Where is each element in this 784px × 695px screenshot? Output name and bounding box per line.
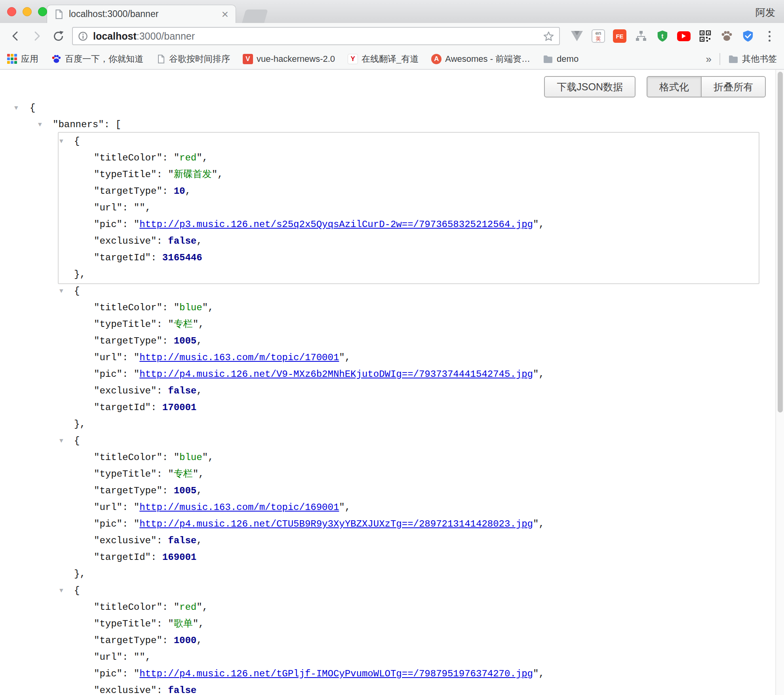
json-line: "exclusive": false — [0, 682, 775, 695]
bookmark-google-sort[interactable]: 谷歌按时间排序 — [156, 53, 230, 65]
bookmark-other-bookmarks[interactable]: 其他书签 — [728, 53, 777, 65]
y-letter-icon: Y — [348, 54, 358, 64]
new-tab-button[interactable] — [242, 10, 268, 23]
url-bar[interactable]: localhost:3000/banner — [72, 27, 560, 45]
back-button[interactable] — [5, 25, 26, 47]
collapse-toggle-icon[interactable]: ▼ — [38, 116, 42, 133]
bookmark-label: vue-hackernews-2.0 — [257, 54, 335, 64]
fe-icon: FE — [613, 29, 626, 43]
bookmark-vue-hackernews[interactable]: V vue-hackernews-2.0 — [243, 54, 335, 64]
collapse-toggle-icon[interactable]: ▼ — [59, 283, 63, 300]
youtube-extension-icon[interactable] — [673, 25, 695, 47]
shield-t-extension-icon[interactable]: t — [652, 25, 673, 47]
collapse-toggle-icon[interactable]: ▼ — [59, 133, 63, 150]
tab-close-icon[interactable]: × — [220, 8, 230, 20]
sitemap-icon — [635, 30, 647, 42]
vue-logo-icon — [570, 30, 584, 42]
a-letter-icon: A — [431, 54, 441, 64]
json-url-link[interactable]: http://p4.music.126.net/tGPljf-IMOCyPvum… — [139, 668, 533, 679]
collapse-toggle-icon[interactable]: ▼ — [59, 433, 63, 449]
security-shield-extension-icon[interactable] — [737, 25, 759, 47]
paw-icon — [720, 30, 733, 42]
orgchart-extension-icon[interactable] — [630, 25, 652, 47]
bookmark-label: Awesomes - 前端资… — [445, 53, 530, 65]
bookmark-label: demo — [557, 54, 578, 64]
json-line: }, — [0, 416, 775, 433]
bookmark-star-icon[interactable] — [543, 31, 554, 42]
json-line: ▼{ — [0, 433, 775, 449]
format-button[interactable]: 格式化 — [647, 76, 702, 97]
bookmark-apps[interactable]: 应用 — [7, 53, 38, 65]
fe-extension-icon[interactable]: FE — [609, 25, 630, 47]
navigation-bar: localhost:3000/banner en 英 FE — [0, 23, 784, 49]
collapse-all-button[interactable]: 折叠所有 — [701, 76, 766, 97]
json-url-link[interactable]: http://p4.music.126.net/CTU5B9R9y3XyYBZX… — [139, 519, 533, 529]
bookmarks-separator — [719, 53, 720, 65]
page-content: 下载JSON数据 格式化 折叠所有 ▼{▼"banners": [▼{"titl… — [0, 70, 784, 695]
bookmark-label: 百度一下，你就知道 — [65, 53, 143, 65]
traffic-lights — [7, 7, 47, 16]
format-collapse-button-group: 格式化 折叠所有 — [647, 76, 766, 97]
minimize-window-button[interactable] — [23, 7, 32, 16]
json-line: "targetId": 3165446 — [0, 250, 775, 266]
bookmark-label: 其他书签 — [742, 53, 777, 65]
url-path: :3000/banner — [137, 31, 195, 42]
json-viewer-toolbar: 下载JSON数据 格式化 折叠所有 — [544, 76, 766, 97]
vertical-scrollbar[interactable] — [775, 70, 784, 695]
profile-name: 阿发 — [755, 6, 775, 19]
bookmarks-bar: 应用 百度一下，你就知道 谷歌按时间排序 V vue-hackernews-2.… — [0, 49, 784, 70]
close-window-button[interactable] — [7, 7, 16, 16]
collapse-toggle-icon[interactable]: ▼ — [14, 100, 18, 116]
json-line: "exclusive": false, — [0, 233, 775, 250]
json-url-link[interactable]: http://p4.music.126.net/V9-MXz6b2MNhEKju… — [139, 369, 533, 380]
browser-menu-button[interactable] — [759, 25, 780, 47]
json-line: "pic": "http://p4.music.126.net/V9-MXz6b… — [0, 366, 775, 383]
forward-button[interactable] — [26, 25, 48, 47]
json-line: }, — [0, 266, 775, 283]
json-line: "pic": "http://p4.music.126.net/CTU5B9R9… — [0, 516, 775, 533]
bookmark-baidu[interactable]: 百度一下，你就知道 — [51, 53, 143, 65]
paw-extension-icon[interactable] — [716, 25, 737, 47]
shield-check-icon — [742, 29, 754, 43]
json-url-link[interactable]: http://music.163.com/m/topic/170001 — [139, 352, 339, 363]
page-info-icon[interactable] — [78, 31, 88, 42]
json-url-link[interactable]: http://p3.music.126.net/s25q2x5QyqsAzilC… — [139, 219, 533, 230]
json-line: "url": "http://music.163.com/m/topic/170… — [0, 349, 775, 366]
json-line: "typeTitle": "新碟首发", — [0, 166, 775, 183]
page-favicon-icon — [53, 9, 64, 19]
json-line: "targetType": 1005, — [0, 483, 775, 499]
download-json-button[interactable]: 下载JSON数据 — [544, 76, 636, 97]
zoom-window-button[interactable] — [38, 7, 47, 16]
json-line: ▼{ — [0, 100, 775, 116]
json-line: "titleColor": "red", — [0, 599, 775, 616]
svg-text:t: t — [661, 33, 664, 40]
scrollbar-thumb[interactable] — [778, 72, 783, 412]
back-arrow-icon — [10, 30, 21, 42]
tab-localhost-banner[interactable]: localhost:3000/banner × — [47, 5, 236, 23]
json-line: "pic": "http://p3.music.126.net/s25q2x5Q… — [0, 216, 775, 233]
json-tree: ▼{▼"banners": [▼{"titleColor": "red","ty… — [0, 100, 775, 695]
window-titlebar: localhost:3000/banner × 阿发 — [0, 0, 784, 23]
tab-strip: localhost:3000/banner × — [47, 0, 266, 23]
qrcode-extension-icon[interactable] — [695, 25, 716, 47]
bookmark-label: 谷歌按时间排序 — [169, 53, 230, 65]
baidu-paw-icon — [51, 54, 61, 64]
reload-icon — [52, 30, 64, 42]
translate-extension-icon[interactable]: en 英 — [588, 25, 609, 47]
json-line: ▼{ — [0, 283, 775, 300]
forward-arrow-icon — [31, 30, 43, 42]
bookmark-youdao-translate[interactable]: Y 在线翻译_有道 — [348, 53, 419, 65]
vue-devtools-extension-icon[interactable] — [566, 25, 588, 47]
json-line: "titleColor": "blue", — [0, 300, 775, 316]
bookmark-awesomes[interactable]: A Awesomes - 前端资… — [431, 53, 530, 65]
json-line: "exclusive": false, — [0, 533, 775, 549]
json-line: "targetType": 10, — [0, 183, 775, 200]
kebab-menu-icon — [769, 31, 771, 42]
youtube-icon — [677, 31, 691, 41]
bookmarks-overflow-chevron[interactable]: » — [706, 53, 712, 65]
json-url-link[interactable]: http://music.163.com/m/topic/169001 — [139, 502, 339, 513]
bookmark-folder-demo[interactable]: demo — [543, 54, 578, 64]
reload-button[interactable] — [48, 25, 69, 47]
collapse-toggle-icon[interactable]: ▼ — [59, 582, 63, 599]
v-letter-icon: V — [243, 54, 253, 64]
